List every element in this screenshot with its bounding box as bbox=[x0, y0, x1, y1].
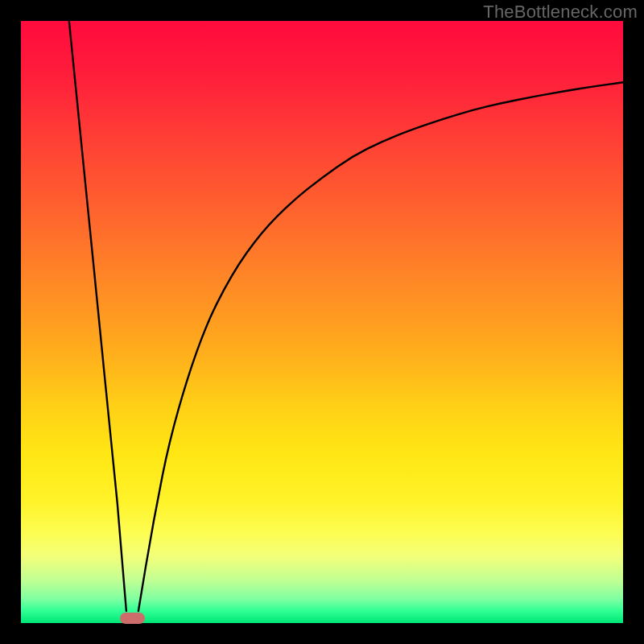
optimal-marker bbox=[120, 613, 145, 624]
bottleneck-curve bbox=[21, 21, 623, 623]
curve-right-branch bbox=[138, 82, 623, 611]
chart-frame: TheBottleneck.com bbox=[0, 0, 644, 644]
plot-area bbox=[21, 21, 623, 623]
watermark-text: TheBottleneck.com bbox=[483, 2, 638, 23]
curve-left-branch bbox=[69, 21, 126, 611]
